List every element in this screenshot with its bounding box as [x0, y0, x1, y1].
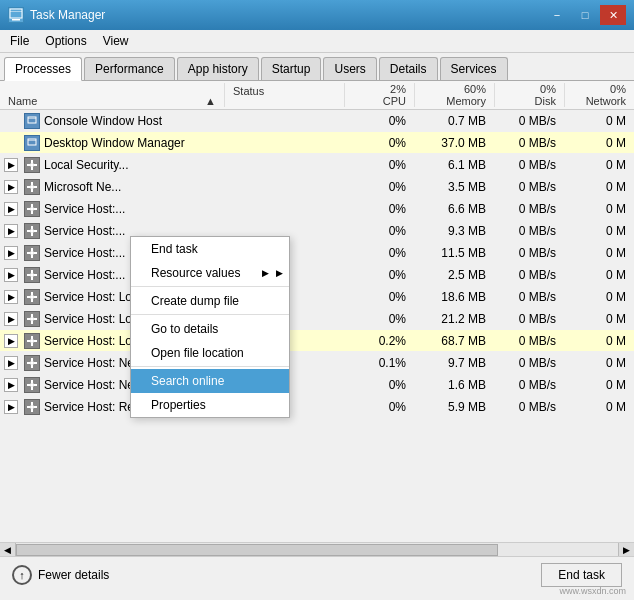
proc-memory: 18.6 MB — [414, 289, 494, 305]
col-name-header: Name — [8, 95, 37, 107]
proc-name-text: Microsoft Ne... — [44, 180, 121, 194]
ctx-go-details[interactable]: Go to details — [131, 317, 289, 341]
svg-rect-38 — [31, 292, 33, 295]
tab-details[interactable]: Details — [379, 57, 438, 80]
expand-button[interactable]: ▶ — [4, 290, 18, 304]
proc-memory: 1.6 MB — [414, 377, 494, 393]
gear-icon — [24, 377, 40, 393]
ctx-end-task[interactable]: End task — [131, 237, 289, 261]
menu-options[interactable]: Options — [39, 32, 92, 50]
svg-rect-35 — [27, 274, 30, 276]
proc-cpu: 0% — [344, 135, 414, 151]
horizontal-scrollbar[interactable]: ◀ ▶ — [0, 542, 634, 556]
expand-button[interactable]: ▶ — [4, 246, 18, 260]
tab-startup[interactable]: Startup — [261, 57, 322, 80]
tab-performance[interactable]: Performance — [84, 57, 175, 80]
svg-rect-9 — [31, 167, 33, 170]
scroll-left-btn[interactable]: ◀ — [0, 543, 16, 557]
gear-icon — [24, 245, 40, 261]
col-memory-header[interactable]: 60% Memory — [414, 83, 494, 107]
col-status-header[interactable]: Status — [224, 83, 344, 107]
proc-disk: 0 MB/s — [494, 311, 564, 327]
col-disk-header[interactable]: 0% Disk — [494, 83, 564, 107]
expand-button[interactable]: ▶ — [4, 334, 18, 348]
close-button[interactable]: ✕ — [600, 5, 626, 25]
table-row[interactable]: ▶Service Host: Local System (11)0%21.2 M… — [0, 308, 634, 330]
window-icon — [24, 113, 40, 129]
svg-point-57 — [30, 383, 34, 387]
gear-icon — [24, 289, 40, 305]
expand-button[interactable]: ▶ — [4, 400, 18, 414]
gear-icon — [24, 267, 40, 283]
table-row[interactable]: ▶Service Host: Remote Procedure...0%5.9 … — [0, 396, 634, 418]
fewer-details-icon: ↑ — [12, 565, 32, 585]
table-row[interactable]: ▶Service Host:...0%9.3 MB0 MB/s0 M — [0, 220, 634, 242]
expand-button[interactable]: ▶ — [4, 202, 18, 216]
expand-button[interactable]: ▶ — [4, 268, 18, 282]
col-network-header[interactable]: 0% Network — [564, 83, 634, 107]
svg-rect-3 — [28, 117, 36, 123]
expand-button[interactable]: ▶ — [4, 180, 18, 194]
menu-file[interactable]: File — [4, 32, 35, 50]
tab-services[interactable]: Services — [440, 57, 508, 80]
svg-point-32 — [30, 273, 34, 277]
svg-rect-0 — [10, 9, 22, 18]
svg-rect-36 — [34, 274, 37, 276]
svg-rect-14 — [31, 189, 33, 192]
ctx-create-dump[interactable]: Create dump file — [131, 289, 289, 315]
svg-rect-24 — [31, 233, 33, 236]
table-row[interactable]: Console Window Host0%0.7 MB0 MB/s0 M — [0, 110, 634, 132]
expand-button[interactable]: ▶ — [4, 312, 18, 326]
proc-network: 0 M — [564, 245, 634, 261]
ctx-open-location[interactable]: Open file location — [131, 341, 289, 367]
proc-disk: 0 MB/s — [494, 113, 564, 129]
table-row[interactable]: ▶Service Host:...0%11.5 MB0 MB/s0 M — [0, 242, 634, 264]
expand-button[interactable]: ▶ — [4, 158, 18, 172]
proc-network: 0 M — [564, 399, 634, 415]
svg-rect-54 — [31, 365, 33, 368]
table-row[interactable]: ▶Service Host: Network Service (4)0.1%9.… — [0, 352, 634, 374]
sort-arrow: ▲ — [205, 95, 216, 107]
svg-point-37 — [30, 295, 34, 299]
svg-rect-21 — [34, 208, 37, 210]
table-row[interactable]: Desktop Window Manager0%37.0 MB0 MB/s0 M — [0, 132, 634, 154]
table-row[interactable]: ▶Local Security...0%6.1 MB0 MB/s0 M — [0, 154, 634, 176]
col-cpu-header[interactable]: 2% CPU — [344, 83, 414, 107]
tab-processes[interactable]: Processes — [4, 57, 82, 81]
tab-users[interactable]: Users — [323, 57, 376, 80]
table-row[interactable]: ▶Microsoft Ne...0%3.5 MB0 MB/s0 M — [0, 176, 634, 198]
expand-button[interactable]: ▶ — [4, 378, 18, 392]
expand-button[interactable]: ▶ — [4, 224, 18, 238]
title-bar: Task Manager − □ ✕ — [0, 0, 634, 30]
table-row[interactable]: ▶Service Host: Local Service (No II...0%… — [0, 286, 634, 308]
menu-view[interactable]: View — [97, 32, 135, 50]
table-row[interactable]: ▶Service Host: Local System (Net...0.2%6… — [0, 330, 634, 352]
end-task-button[interactable]: End task — [541, 563, 622, 587]
proc-network: 0 M — [564, 179, 634, 195]
svg-rect-55 — [27, 362, 30, 364]
table-row[interactable]: ▶Service Host:...0%2.5 MB0 MB/s0 M — [0, 264, 634, 286]
proc-name-text: Service Host:... — [44, 224, 125, 238]
svg-rect-60 — [27, 384, 30, 386]
expand-button[interactable]: ▶ — [4, 356, 18, 370]
svg-rect-6 — [28, 140, 36, 141]
tab-app-history[interactable]: App history — [177, 57, 259, 80]
proc-name-text: Service Host:... — [44, 268, 125, 282]
col-sort[interactable]: Name ▲ — [0, 83, 224, 107]
table-row[interactable]: ▶Service Host:...0%6.6 MB0 MB/s0 M — [0, 198, 634, 220]
svg-rect-11 — [34, 164, 37, 166]
proc-memory: 11.5 MB — [414, 245, 494, 261]
fewer-details-button[interactable]: ↑ Fewer details — [12, 565, 109, 585]
proc-cpu: 0% — [344, 201, 414, 217]
svg-rect-1 — [12, 19, 20, 21]
maximize-button[interactable]: □ — [572, 5, 598, 25]
table-row[interactable]: ▶Service Host: Network Service (...0%1.6… — [0, 374, 634, 396]
ctx-search-online[interactable]: Search online — [131, 369, 289, 393]
scroll-right-btn[interactable]: ▶ — [618, 543, 634, 557]
minimize-button[interactable]: − — [544, 5, 570, 25]
watermark: www.wsxdn.com — [559, 586, 626, 596]
proc-cpu: 0% — [344, 377, 414, 393]
ctx-resource-values[interactable]: Resource values▶ — [131, 261, 289, 287]
ctx-properties[interactable]: Properties — [131, 393, 289, 417]
scroll-thumb[interactable] — [16, 544, 498, 556]
